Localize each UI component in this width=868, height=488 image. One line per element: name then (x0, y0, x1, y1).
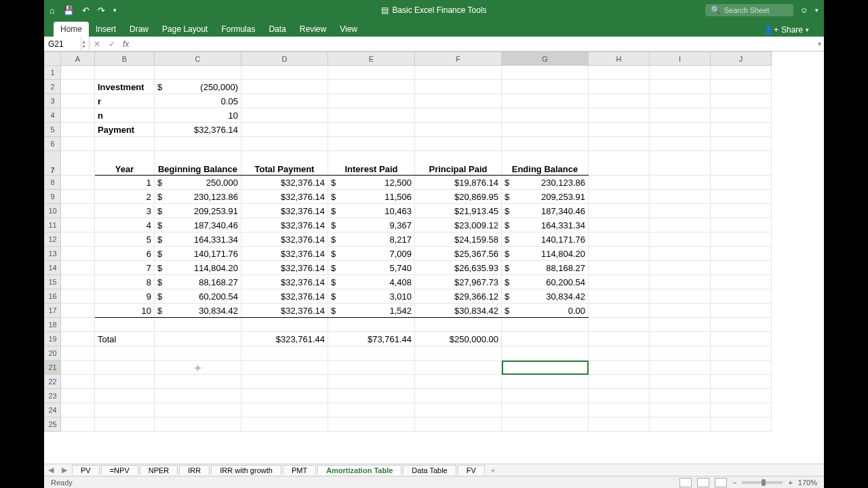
row-header[interactable]: 21 (45, 361, 61, 375)
row-header[interactable]: 15 (45, 275, 61, 289)
col-header-d[interactable]: D (241, 52, 328, 66)
row-header[interactable]: 1 (45, 66, 61, 80)
cell[interactable]: $5,740 (328, 261, 415, 275)
cell[interactable]: $323,761.44 (241, 332, 328, 346)
cell[interactable]: $32,376.14 (155, 123, 241, 137)
cell[interactable]: $164,331.34 (155, 232, 241, 247)
tab-nav-prev[interactable]: ◀ (44, 466, 58, 474)
cell[interactable]: $140,171.76 (155, 247, 241, 261)
cell[interactable]: $11,506 (328, 190, 415, 204)
tab-home[interactable]: Home (54, 22, 89, 37)
tab-draw[interactable]: Draw (123, 22, 155, 37)
zoom-in-button[interactable]: + (788, 479, 792, 487)
row-header[interactable]: 10 (45, 204, 61, 218)
active-cell[interactable] (502, 361, 589, 375)
row-header[interactable]: 5 (45, 123, 61, 137)
view-page-button[interactable] (697, 478, 709, 487)
zoom-slider[interactable] (742, 481, 783, 484)
add-sheet-button[interactable]: + (486, 466, 500, 474)
cell[interactable]: $114,804.20 (155, 261, 241, 275)
cell[interactable]: Total Payment (241, 151, 328, 176)
cell[interactable]: Interest Paid (328, 151, 415, 176)
col-header-i[interactable]: I (650, 52, 711, 66)
cell[interactable]: $7,009 (328, 247, 415, 261)
cell[interactable]: 3 (95, 204, 155, 218)
cell[interactable]: $88,168.27 (502, 261, 589, 275)
cell[interactable]: $32,376.14 (241, 190, 328, 204)
cell[interactable]: $3,010 (328, 289, 415, 304)
cell[interactable]: $88,168.27 (155, 275, 241, 289)
row-header[interactable]: 7 (45, 151, 61, 176)
tab-review[interactable]: Review (293, 22, 333, 37)
name-box-stepper[interactable]: ▲▼ (81, 37, 90, 51)
cell[interactable]: $1,542 (328, 304, 415, 318)
cell[interactable]: ✛ (155, 361, 241, 375)
row-header[interactable]: 25 (45, 418, 61, 432)
cell[interactable]: $32,376.14 (241, 232, 328, 247)
cell[interactable]: $209,253.91 (502, 190, 589, 204)
cell[interactable]: Principal Paid (415, 151, 502, 176)
cell[interactable]: $250,000.00 (415, 332, 502, 346)
row-header[interactable]: 3 (45, 94, 61, 108)
cell[interactable]: $230,123.86 (155, 190, 241, 204)
cell[interactable]: $0.00 (502, 304, 589, 318)
cell[interactable]: $164,331.34 (502, 218, 589, 232)
cell[interactable]: $187,340.46 (155, 218, 241, 232)
cell[interactable]: $24,159.58 (415, 232, 502, 247)
row-header[interactable]: 14 (45, 261, 61, 275)
cell[interactable]: Beginning Balance (155, 151, 241, 176)
col-header-h[interactable]: H (589, 52, 650, 66)
row-header[interactable]: 19 (45, 332, 61, 346)
cell[interactable]: $32,376.14 (241, 218, 328, 232)
row-header[interactable]: 4 (45, 108, 61, 123)
tab-nav-next[interactable]: ▶ (58, 466, 71, 474)
expand-icon[interactable]: ▾ (815, 7, 818, 14)
cell[interactable]: $32,376.14 (241, 304, 328, 318)
cell[interactable]: $32,376.14 (241, 176, 328, 190)
cancel-icon[interactable]: ✕ (90, 39, 104, 49)
tab-view[interactable]: View (333, 22, 364, 37)
cell[interactable]: 10 (95, 304, 155, 318)
cell[interactable]: $187,340.46 (502, 204, 589, 218)
cell[interactable]: 6 (95, 247, 155, 261)
undo-icon[interactable]: ↶ (82, 5, 90, 16)
sheet-tab[interactable]: =NPV (101, 465, 138, 475)
cell[interactable]: $230,123.86 (502, 176, 589, 190)
col-header-e[interactable]: E (328, 52, 415, 66)
cell[interactable]: $32,376.14 (241, 204, 328, 218)
cell[interactable]: $29,366.12 (415, 289, 502, 304)
cell[interactable]: $30,834.42 (415, 304, 502, 318)
col-header-a[interactable]: A (61, 52, 95, 66)
cell[interactable]: $9,367 (328, 218, 415, 232)
cell[interactable]: $32,376.14 (241, 275, 328, 289)
col-header-f[interactable]: F (415, 52, 502, 66)
smile-icon[interactable]: ☺ (800, 5, 808, 15)
view-break-button[interactable] (715, 478, 727, 487)
cell[interactable]: 1 (95, 176, 155, 190)
cell[interactable]: $19,876.14 (415, 176, 502, 190)
cell[interactable]: 2 (95, 190, 155, 204)
cell[interactable]: 5 (95, 232, 155, 247)
fx-label[interactable]: fx (119, 39, 132, 49)
dropdown-icon[interactable]: ▾ (113, 7, 117, 14)
cell[interactable]: Payment (95, 123, 155, 137)
cell[interactable]: $32,376.14 (241, 289, 328, 304)
select-all-corner[interactable] (45, 52, 61, 66)
cell[interactable]: $32,376.14 (241, 247, 328, 261)
tab-formulas[interactable]: Formulas (214, 22, 262, 37)
cell[interactable]: $60,200.54 (155, 289, 241, 304)
sheet-tab[interactable]: NPER (140, 465, 178, 475)
sheet-tab[interactable]: PV (72, 465, 100, 475)
row-header[interactable]: 13 (45, 247, 61, 261)
cell[interactable]: 8 (95, 275, 155, 289)
zoom-out-button[interactable]: − (732, 479, 736, 487)
cell[interactable]: $21,913.45 (415, 204, 502, 218)
cell[interactable]: r (95, 94, 155, 108)
col-header-c[interactable]: C (155, 52, 241, 66)
row-header[interactable]: 17 (45, 304, 61, 318)
row-header[interactable]: 6 (45, 137, 61, 151)
row-header[interactable]: 8 (45, 176, 61, 190)
row-header[interactable]: 11 (45, 218, 61, 232)
zoom-level[interactable]: 170% (798, 479, 817, 487)
cell[interactable]: $30,834.42 (155, 304, 241, 318)
